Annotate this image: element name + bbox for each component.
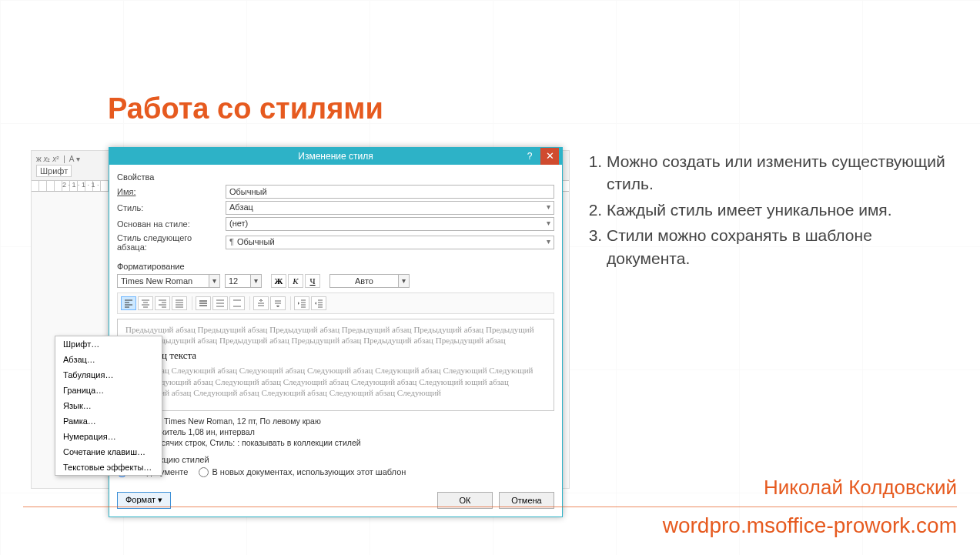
menu-border[interactable]: Граница… — [55, 383, 162, 398]
style-type-label: Стиль: — [117, 203, 221, 212]
divider-line — [23, 507, 957, 507]
bullet-1: Можно создать или изменить существующий … — [607, 150, 947, 196]
indent-increase-button[interactable] — [311, 296, 326, 310]
align-right-button[interactable] — [155, 296, 170, 310]
indent-decrease-button[interactable] — [294, 296, 309, 310]
font-size-combo[interactable] — [225, 274, 251, 288]
next-style-label: Стиль следующего абзаца: — [117, 233, 221, 252]
linespacing-1-button[interactable] — [196, 296, 211, 310]
align-center-button[interactable] — [138, 296, 153, 310]
font-name-combo[interactable] — [117, 274, 209, 288]
underline-button[interactable]: Ч — [305, 274, 320, 288]
based-on-label: Основан на стиле: — [117, 219, 221, 229]
menu-font[interactable]: Шрифт… — [55, 336, 162, 352]
font-color-dropdown[interactable]: ▾ — [399, 274, 410, 288]
name-input[interactable] — [226, 185, 554, 199]
paragraph-toolbar — [117, 293, 554, 314]
menu-numbering[interactable]: Нумерация… — [55, 429, 162, 444]
new-documents-label: В новых документах, использующих этот ша… — [212, 467, 406, 476]
help-button[interactable]: ? — [520, 148, 539, 165]
italic-button[interactable]: К — [288, 274, 303, 288]
ribbon-font-group-label: Шрифт — [36, 165, 72, 177]
footer-url: wordpro.msoffice-prowork.com — [663, 513, 957, 538]
font-color-combo[interactable] — [329, 274, 399, 288]
menu-frame[interactable]: Рамка… — [55, 413, 162, 429]
menu-paragraph[interactable]: Абзац… — [55, 352, 162, 367]
dialog-title-text: Изменение стиля — [298, 151, 373, 162]
menu-shortcut[interactable]: Сочетание клавиш… — [55, 444, 162, 460]
linespacing-2-button[interactable] — [229, 296, 245, 310]
bullet-2: Каждый стиль имеет уникальное имя. — [607, 199, 947, 221]
linespacing-15-button[interactable] — [212, 296, 228, 310]
slide-title: Работа со стилями — [108, 92, 383, 125]
menu-tabs[interactable]: Табуляция… — [55, 367, 162, 383]
close-button[interactable]: ✕ — [540, 148, 559, 165]
preview-prev-text: Предыдущий абзац Предыдущий абзац Предыд… — [125, 324, 546, 346]
space-before-dec-button[interactable] — [270, 296, 286, 310]
preview-next-text: ющий абзац Следующий абзац Следующий абз… — [125, 365, 546, 398]
dialog-titlebar: Изменение стиля ? ✕ — [109, 148, 562, 165]
format-context-menu: Шрифт… Абзац… Табуляция… Граница… Язык… … — [55, 336, 162, 476]
formatting-section-label: Форматирование — [117, 262, 554, 271]
menu-language[interactable]: Язык… — [55, 398, 162, 413]
new-documents-radio[interactable] — [199, 467, 209, 477]
bold-button[interactable]: Ж — [271, 274, 286, 288]
align-left-button[interactable] — [121, 296, 136, 310]
properties-section-label: Свойства — [117, 172, 554, 182]
font-size-dropdown[interactable]: ▾ — [251, 274, 262, 288]
based-on-select[interactable]: (нет) — [226, 217, 554, 231]
bullet-3: Стили можно сохранять в шаблоне документ… — [607, 224, 947, 269]
font-name-dropdown[interactable]: ▾ — [209, 274, 220, 288]
space-before-inc-button[interactable] — [253, 296, 269, 310]
author-name: Николай Колдовский — [764, 476, 957, 500]
word-editor-backdrop: ж x₂ x² | A ▾ Шрифт 2 · 1 · 1 · 1 · Шриф… — [31, 150, 570, 489]
next-style-select[interactable]: Обычный — [226, 236, 554, 249]
align-justify-button[interactable] — [172, 296, 187, 310]
preview-sample-text: дин абзац текста — [125, 349, 546, 363]
menu-text-effects[interactable]: Текстовые эффекты… — [55, 460, 162, 475]
modify-style-dialog: Изменение стиля ? ✕ Свойства Имя: Стиль:… — [109, 147, 563, 517]
name-label: Имя: — [117, 187, 221, 196]
style-preview: Предыдущий абзац Предыдущий абзац Предыд… — [117, 319, 554, 411]
style-type-select[interactable]: Абзац — [226, 201, 554, 215]
slide-bullets: Можно создать или изменить существующий … — [585, 150, 947, 489]
style-description: умолчанию) Times New Roman, 12 пт, По ле… — [117, 416, 554, 449]
